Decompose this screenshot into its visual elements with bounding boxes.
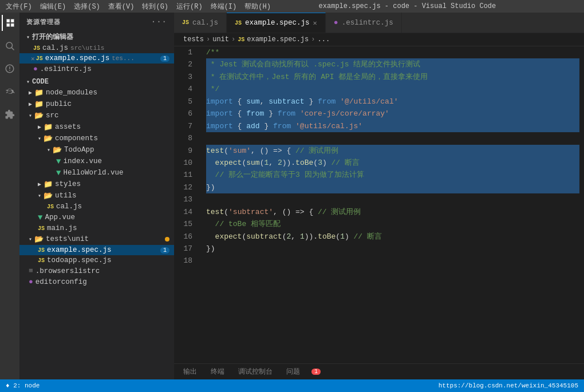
breadcrumb-file[interactable]: example.spec.js [247,35,309,43]
js-icon: JS [36,56,43,62]
folder-open-icon: 📂 [53,145,62,155]
sidebar-more-options[interactable]: ··· [151,17,167,26]
folder-src[interactable]: ▾ 📂 src [19,110,174,121]
activity-debug[interactable] [2,84,18,100]
menu-terminal[interactable]: 终端(I) [211,2,237,11]
code-line-5: import { sum, subtract } from '@/utils/c… [206,96,579,108]
status-link[interactable]: https://blog.csdn.net/weixin_45345105 [439,382,578,389]
chevron-down-icon: ▾ [47,146,50,153]
chevron-right-icon: ▶ [29,101,32,108]
code-line-14: test('subtract', () => { // 测试用例 [206,206,579,218]
tab-cal[interactable]: JS cal.js [174,13,227,33]
panel-tab-terminal[interactable]: 终端 [208,367,227,377]
tab-eslint-label: .eslintrc.js [342,19,393,27]
open-editor-spec[interactable]: ✕ JS example.spec.js tes... 1 [19,53,174,64]
close-icon[interactable]: ✕ [31,55,35,62]
activity-search[interactable] [2,38,18,54]
chevron-right-icon: ▶ [38,181,41,188]
activity-extensions[interactable] [2,106,18,122]
breadcrumb-unit[interactable]: unit [212,35,229,43]
folder-assets[interactable]: ▶ 📁 assets [19,121,174,133]
file-cal-js[interactable]: JS cal.js [19,201,174,212]
folder-assets-label: assets [55,123,81,131]
editor-area: JS cal.js JS example.spec.js ✕ ● .eslint… [174,13,584,379]
menu-select[interactable]: 选择(S) [74,2,100,11]
tab-spec[interactable]: JS example.spec.js ✕ [227,13,326,33]
folder-open-icon: 📂 [34,235,44,244]
title-bar: 文件(F) 编辑(E) 选择(S) 查看(V) 转到(G) 运行(R) 终端(I… [0,0,584,13]
chevron-down-icon: ▾ [29,236,32,243]
file-example-spec[interactable]: JS example.spec.js 1 [19,245,174,255]
file-browserslistrc[interactable]: ≡ .browserslistrc [19,266,174,276]
list-icon: ≡ [29,267,33,275]
js-icon: JS [38,225,45,232]
menu-edit[interactable]: 编辑(E) [40,2,66,11]
js-icon: JS [238,37,244,43]
svg-point-4 [6,42,13,49]
folder-styles[interactable]: ▶ 📁 styles [19,179,174,190]
folder-public[interactable]: ▶ 📁 public [19,98,174,110]
section-code-label: CODE [32,78,49,86]
panel-tab-problems[interactable]: 问题 [284,367,302,377]
open-editor-spec-path: tes... [112,55,135,62]
folder-icon: 📁 [34,88,44,97]
vue-icon: ▼ [38,213,42,222]
menu-run[interactable]: 运行(R) [176,2,203,11]
activity-bar [0,13,19,379]
activity-explorer[interactable] [2,15,18,31]
file-tree: ▾ 打开的编辑器 JS cal.js src\utils ✕ JS exampl… [19,31,174,379]
code-content[interactable]: /** * Jest 测试会自动找所有以 .spec.js 结尾的文件执行测试 … [202,46,584,363]
status-node: ♦ 2: node [6,382,40,389]
section-open-editors[interactable]: ▾ 打开的编辑器 [19,31,174,43]
tab-eslint[interactable]: ● .eslintrc.js [326,13,402,33]
chevron-right-icon: ▶ [38,124,41,130]
problem-count-badge: 1 [311,369,321,375]
code-line-17: }) [206,243,579,255]
folder-open-icon: 📂 [44,134,53,143]
panel-tab-debug[interactable]: 调试控制台 [236,367,275,377]
chevron-down-icon: ▾ [38,135,41,142]
menu-bar[interactable]: 文件(F) 编辑(E) 选择(S) 查看(V) 转到(G) 运行(R) 终端(I… [6,2,271,11]
tabs-bar: JS cal.js JS example.spec.js ✕ ● .eslint… [174,13,584,33]
folder-node-modules[interactable]: ▶ 📁 node_modules [19,87,174,98]
file-todoapp-spec[interactable]: JS todoapp.spec.js [19,255,174,266]
file-helloworld-vue[interactable]: ▼ HelloWorld.vue [19,167,174,179]
file-editorconfig-label: editorconfig [35,278,87,286]
sidebar: 资源管理器 ··· ▾ 打开的编辑器 JS cal.js src\utils ✕… [19,13,174,379]
open-editor-cal-label: cal.js [42,44,68,52]
js-icon: JS [38,258,45,264]
tab-cal-label: cal.js [192,19,218,27]
menu-help[interactable]: 帮助(H) [244,2,271,11]
menu-file[interactable]: 文件(F) [6,2,32,11]
folder-tests-unit[interactable]: ▾ 📂 tests\unit [19,233,174,245]
section-code[interactable]: ▾ CODE [19,77,174,87]
folder-utils[interactable]: ▾ 📂 utils [19,190,174,201]
spec-badge: 1 [160,56,169,62]
breadcrumb-tests[interactable]: tests [183,35,204,43]
breadcrumb: tests › unit › JS example.spec.js › ... [174,33,584,46]
breadcrumb-symbol[interactable]: ... [317,35,330,43]
file-app-vue[interactable]: ▼ App.vue [19,212,174,223]
tab-spec-label: example.spec.js [245,19,310,27]
file-cal-js-label: cal.js [56,203,82,211]
js-icon: JS [33,45,40,52]
menu-view[interactable]: 查看(V) [108,2,135,11]
folder-components[interactable]: ▾ 📂 components [19,133,174,144]
svg-rect-3 [11,24,14,27]
activity-git[interactable] [2,61,18,77]
file-index-vue[interactable]: ▼ index.vue [19,156,174,167]
js-icon: JS [47,204,54,210]
folder-todoapp[interactable]: ▾ 📂 TodoApp [19,144,174,156]
tab-spec-close[interactable]: ✕ [313,19,317,27]
folder-open-icon: 📂 [34,111,44,120]
svg-rect-0 [7,19,10,22]
file-todoapp-spec-label: todoapp.spec.js [47,256,112,264]
file-main-js[interactable]: JS main.js [19,223,174,233]
file-editorconfig[interactable]: ● editorconfig [19,276,174,287]
panel-tab-output[interactable]: 输出 [181,367,199,377]
menu-goto[interactable]: 转到(G) [142,2,168,11]
chevron-down-icon: ▾ [26,34,30,41]
code-line-1: /** [206,46,579,58]
open-editor-eslint[interactable]: ● .eslintrc.js [19,64,174,74]
open-editor-cal[interactable]: JS cal.js src\utils [19,43,174,53]
